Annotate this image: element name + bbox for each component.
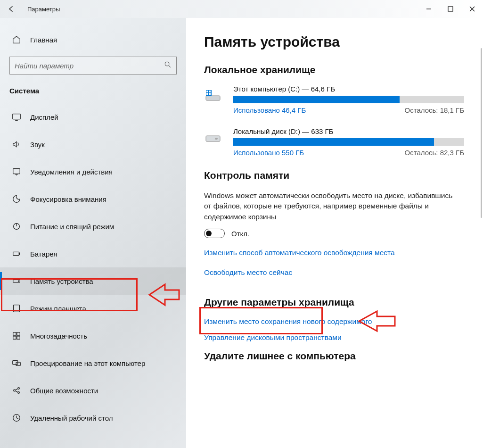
power-icon (11, 222, 22, 231)
home-label: Главная (30, 36, 57, 44)
system-drive-icon (204, 87, 222, 105)
search-icon (164, 61, 172, 70)
home-icon (11, 35, 22, 44)
battery-icon (11, 249, 22, 258)
drive-row[interactable]: Этот компьютер (C:) — 64,6 ГБИспользован… (204, 85, 465, 114)
sidebar-item-label: Звук (30, 141, 45, 149)
svg-rect-33 (206, 93, 208, 95)
minimize-button[interactable] (418, 0, 440, 18)
sidebar-item-tablet[interactable]: Режим планшета (0, 295, 186, 322)
link-change-auto-free[interactable]: Изменить способ автоматического освобожд… (204, 249, 465, 257)
sidebar-item-power[interactable]: Питание и спящий режим (0, 213, 186, 240)
storage-bar (233, 138, 464, 146)
remote-icon (11, 413, 22, 423)
toggle-state-label: Откл. (231, 230, 249, 238)
sidebar-item-label: Память устройства (30, 277, 93, 285)
storage-icon (11, 276, 22, 286)
scrollbar-thumb[interactable] (481, 48, 482, 218)
sidebar-item-project[interactable]: Проецирование на этот компьютер (0, 349, 186, 377)
sidebar-item-label: Общие возможности (30, 387, 98, 395)
sidebar-item-label: Фокусировка внимания (30, 195, 106, 203)
main-content: Память устройства Локальное хранилище Эт… (186, 18, 483, 448)
display-icon (11, 112, 22, 122)
sidebar: Главная Система ДисплейЗвукУведомления и… (0, 18, 186, 448)
close-button[interactable] (461, 0, 483, 18)
focus-icon (11, 194, 22, 204)
sidebar-item-display[interactable]: Дисплей (0, 103, 186, 131)
sound-icon (11, 140, 22, 149)
svg-rect-31 (206, 91, 208, 92)
storage-sense-description: Windows может автоматически освободить м… (204, 191, 458, 222)
search-input[interactable] (15, 62, 164, 70)
svg-line-28 (169, 66, 171, 67)
storage-sense-heading: Контроль памяти (204, 170, 465, 181)
multitask-icon (11, 331, 22, 340)
titlebar: Параметры (0, 0, 483, 18)
sidebar-item-label: Уведомления и действия (30, 168, 113, 176)
other-storage-heading: Другие параметры хранилища (204, 297, 465, 308)
sidebar-item-label: Проецирование на этот компьютер (30, 359, 145, 367)
maximize-button[interactable] (440, 0, 461, 18)
sidebar-item-notifications[interactable]: Уведомления и действия (0, 158, 186, 185)
svg-point-27 (165, 62, 169, 66)
tablet-icon (11, 304, 22, 313)
sidebar-item-label: Батарея (30, 250, 57, 258)
drive-row[interactable]: Локальный диск (D:) — 633 ГБИспользовано… (204, 127, 465, 157)
window-title: Параметры (23, 6, 60, 13)
sidebar-item-multitask[interactable]: Многозадачность (0, 322, 186, 349)
storage-sense-toggle[interactable] (204, 229, 225, 238)
svg-rect-35 (206, 136, 220, 141)
sidebar-item-storage[interactable]: Память устройства (0, 267, 186, 295)
sidebar-item-label: Дисплей (30, 113, 58, 121)
sidebar-item-label: Многозадачность (30, 332, 87, 340)
storage-bar (233, 96, 464, 103)
link-manage-storage-spaces[interactable]: Управление дисковыми пространствами (204, 333, 465, 342)
home-link[interactable]: Главная (0, 31, 186, 54)
link-free-space-now[interactable]: Освободить место сейчас (204, 268, 292, 277)
free-label: Осталось: 18,1 ГБ (405, 106, 464, 114)
sidebar-item-focus[interactable]: Фокусировка внимания (0, 185, 186, 213)
shared-icon (11, 386, 22, 395)
sidebar-item-label: Питание и спящий режим (30, 223, 114, 231)
page-title: Память устройства (204, 34, 465, 50)
used-label: Использовано 550 ГБ (233, 149, 304, 157)
back-button[interactable] (0, 0, 23, 18)
search-box[interactable] (9, 57, 177, 75)
project-icon (11, 358, 22, 368)
sidebar-category: Система (0, 85, 186, 103)
svg-rect-24 (448, 7, 453, 11)
svg-rect-29 (206, 96, 220, 100)
svg-rect-34 (209, 93, 211, 95)
sidebar-item-battery[interactable]: Батарея (0, 240, 186, 267)
drive-name: Локальный диск (D:) — 633 ГБ (233, 127, 465, 135)
sidebar-item-sound[interactable]: Звук (0, 131, 186, 158)
svg-point-36 (215, 138, 218, 140)
link-change-save-location[interactable]: Изменить место сохранения нового содержи… (204, 317, 465, 326)
free-label: Осталось: 82,3 ГБ (405, 149, 464, 157)
sidebar-item-remote[interactable]: Удаленный рабочий стол (0, 404, 186, 431)
notifications-icon (11, 167, 22, 176)
used-label: Использовано 46,4 ГБ (233, 106, 306, 114)
drive-name: Этот компьютер (C:) — 64,6 ГБ (233, 85, 465, 93)
sidebar-item-shared[interactable]: Общие возможности (0, 377, 186, 404)
sidebar-item-label: Режим планшета (30, 305, 86, 313)
hdd-drive-icon (204, 129, 222, 147)
local-storage-heading: Локальное хранилище (204, 64, 465, 75)
sidebar-item-label: Удаленный рабочий стол (30, 414, 113, 422)
svg-rect-32 (209, 91, 211, 92)
delete-unneeded-heading: Удалите лишнее с компьютера (204, 350, 465, 362)
